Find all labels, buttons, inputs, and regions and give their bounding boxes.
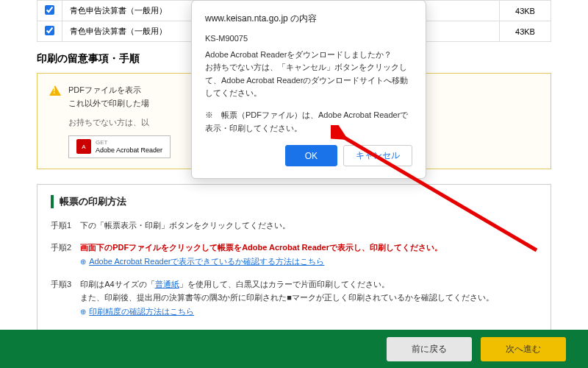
confirm-dialog: www.keisan.nta.go.jp の内容 KS-M90075 Adobe… xyxy=(191,0,426,179)
file-checkbox[interactable] xyxy=(45,26,54,35)
dialog-question: Adobe Acrobat Readerをダウンロードしましたか？ xyxy=(205,49,412,62)
print-method-title: 帳票の印刷方法 xyxy=(51,195,537,208)
footer-bar: 前に戻る 次へ進む xyxy=(0,330,588,368)
warning-text: PDFファイルを表示 これ以外で印刷した場 xyxy=(68,84,149,110)
dialog-cancel-button[interactable]: キャンセル xyxy=(343,145,412,166)
plain-paper-link[interactable]: 普通紙 xyxy=(155,280,179,289)
adobe-icon: A xyxy=(76,139,91,154)
adobe-reader-button[interactable]: A GET Adobe Acrobat Reader xyxy=(68,135,171,158)
step2-link[interactable]: Adobe Acrobat Readerで表示できているか確認する方法はこちら xyxy=(89,257,324,266)
file-size: 43KB xyxy=(500,21,551,42)
back-button[interactable]: 前に戻る xyxy=(387,337,472,361)
file-size: 43KB xyxy=(500,1,551,21)
step2-label: 手順2 xyxy=(51,241,71,268)
dialog-message: お持ちでない方は、「キャンセル」ボタンをクリックして、Adobe Acrobat… xyxy=(205,61,412,100)
warning-icon xyxy=(49,85,61,96)
next-button[interactable]: 次へ進む xyxy=(481,337,566,361)
print-accuracy-link[interactable]: 印刷精度の確認方法はこちら xyxy=(89,307,194,316)
step3-body: 印刷はA4サイズの「普通紙」を使用して、白黒又はカラーで片面印刷してください。 … xyxy=(80,277,494,319)
dialog-note: ※ 帳票（PDFファイル）は、Adobe Acrobat Readerで表示・印… xyxy=(205,109,412,135)
step2-body: 画面下のPDFファイルをクリックして帳票をAdobe Acrobat Reade… xyxy=(80,243,442,252)
step1-body: 下の「帳票表示・印刷」ボタンをクリックしてください。 xyxy=(80,219,290,233)
dialog-code: KS-M90075 xyxy=(205,32,412,46)
dialog-ok-button[interactable]: OK xyxy=(285,145,337,166)
dialog-domain: www.keisan.nta.go.jp の内容 xyxy=(205,13,412,25)
file-checkbox[interactable] xyxy=(45,5,54,15)
step1-label: 手順1 xyxy=(51,219,71,233)
step3-label: 手順3 xyxy=(51,277,71,319)
